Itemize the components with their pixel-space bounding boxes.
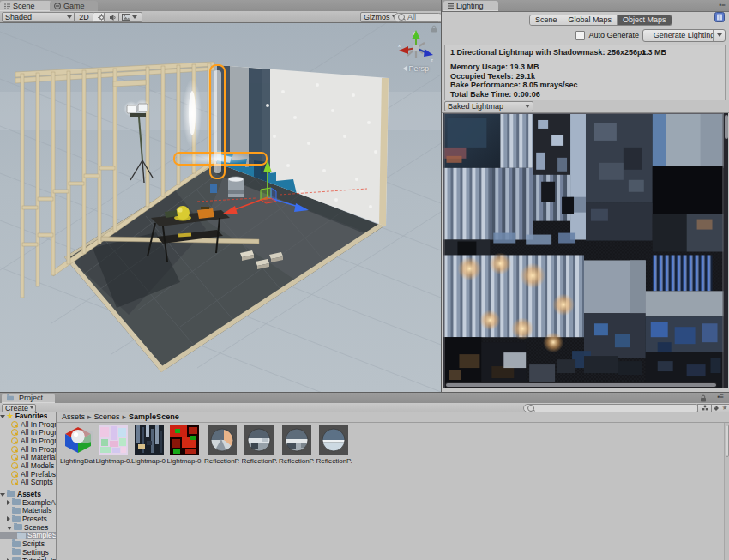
gizmos-label: Gizmos <box>364 13 390 21</box>
asset-lightingdata[interactable]: LightingData <box>60 425 95 465</box>
saved-search-icon <box>11 429 18 436</box>
generate-lighting-button[interactable]: Generate Lighting <box>642 29 726 42</box>
tab-maps-scene[interactable]: Scene <box>530 15 563 25</box>
star-icon: ★ <box>721 404 727 412</box>
tab-game[interactable]: Game <box>50 1 98 11</box>
tab-lighting-label: Lighting <box>456 1 484 11</box>
favorite-item[interactable]: All Models <box>0 461 56 470</box>
saved-search-icon <box>11 462 18 469</box>
tree-item-exampleassets[interactable]: ExampleAssets <box>0 498 56 507</box>
asset-lightmap-dir[interactable]: Lightmap-0... <box>96 425 131 465</box>
panel-menu-icon[interactable]: ▪≡ <box>717 394 724 400</box>
reflection-probe-icon <box>319 425 348 455</box>
scene-search-input[interactable]: All <box>394 13 441 22</box>
favorite-item[interactable]: All In Progress <box>0 428 56 437</box>
baked-lightmap-dropdown[interactable]: Baked Lightmap <box>444 101 533 111</box>
tree-item-settings[interactable]: Settings <box>0 548 56 557</box>
breadcrumb-separator: ▸ <box>123 412 127 421</box>
asset-lightmap-light[interactable]: Lightmap-0... <box>131 425 166 465</box>
create-button[interactable]: Create <box>2 404 36 412</box>
favorites-filter-button[interactable]: ★ <box>720 404 729 412</box>
favorite-item[interactable]: All In Progress <box>0 437 56 445</box>
foldout-open-icon[interactable] <box>0 415 5 418</box>
asset-reflectionprobe-2[interactable]: ReflectionP... <box>279 425 314 465</box>
gizmos-dropdown[interactable]: Gizmos <box>360 12 398 22</box>
projection-toggle[interactable]: Persp <box>403 64 429 73</box>
scene-effects-dropdown[interactable] <box>118 12 142 22</box>
chevron-left-icon <box>403 66 407 71</box>
preview-hscrollbar[interactable] <box>445 382 717 388</box>
foldout-open-icon[interactable] <box>0 493 5 497</box>
preview-vscroll-thumb[interactable] <box>725 115 728 139</box>
favorites-label: Favorites <box>15 412 48 420</box>
tab-project[interactable]: Project <box>2 394 55 403</box>
favorite-item[interactable]: All In Progress <box>0 420 56 429</box>
tree-item-tutorialinfo[interactable]: Tutorial_Info <box>0 557 56 560</box>
asset-reflectionprobe-0[interactable]: ReflectionP... <box>204 425 239 465</box>
asset-label: ReflectionP... <box>242 457 277 465</box>
asset-reflectionprobe-3[interactable]: ReflectionP... <box>316 425 352 465</box>
preview-vscrollbar[interactable] <box>724 113 728 388</box>
bake-stats-box: 1 Directional Lightmap with Shadowmask: … <box>444 45 726 101</box>
panel-menu-icon[interactable]: ▪≡ <box>719 2 726 9</box>
foldout-open-icon[interactable] <box>7 527 12 530</box>
assets-root[interactable]: Assets <box>0 490 56 498</box>
foldout-icon[interactable] <box>7 516 10 521</box>
project-search-input[interactable] <box>523 404 700 412</box>
tree-item-presets[interactable]: Presets <box>0 515 56 523</box>
project-content: Assets ▸ Scenes ▸ SampleScene LightingDa… <box>57 412 729 560</box>
preview-hscroll-thumb[interactable] <box>446 383 716 387</box>
image-icon <box>122 14 130 21</box>
favorite-item[interactable]: All Prefabs <box>0 470 56 479</box>
projection-label: Persp <box>408 64 429 73</box>
content-vscroll-thumb[interactable] <box>726 425 729 457</box>
content-vscrollbar[interactable] <box>724 423 729 560</box>
baked-lightmap-texture-icon <box>135 425 164 455</box>
asset-lightmap-shadowmask[interactable]: Lightmap-0... <box>167 425 202 465</box>
project-panel: Project ▪≡ Create <box>0 393 729 560</box>
chevron-down-icon <box>67 15 72 19</box>
folder-icon <box>12 516 21 522</box>
folder-icon <box>12 541 21 547</box>
lightmap-summary: 1 Directional Lightmap with Shadowmask: … <box>450 48 720 57</box>
project-tree: ★ Favorites All In Progress All In Progr… <box>0 412 57 560</box>
tab-maps-global[interactable]: Global Maps <box>563 15 618 25</box>
orientation-gizmo[interactable]: y x z <box>396 27 436 67</box>
generate-options-dropdown[interactable] <box>713 30 725 41</box>
asset-reflectionprobe-1[interactable]: ReflectionP... <box>242 425 277 465</box>
favorite-item[interactable]: All Materials <box>0 453 56 461</box>
blue-cup <box>210 184 217 193</box>
tab-lighting[interactable]: Lighting <box>443 1 498 11</box>
tree-item-samplescene-selected[interactable]: SampleScene <box>0 532 56 540</box>
saved-search-icon <box>11 437 18 444</box>
lock-icon[interactable] <box>431 25 437 33</box>
lightmap-preview[interactable] <box>443 113 724 388</box>
shading-mode-dropdown[interactable]: Shaded <box>2 12 75 22</box>
help-book-icon[interactable] <box>714 12 725 22</box>
scene-3d-canvas[interactable] <box>0 23 441 392</box>
breadcrumb-assets[interactable]: Assets <box>62 412 85 421</box>
favorite-item[interactable]: All Scripts <box>0 479 56 487</box>
lightmap-texture <box>443 113 724 388</box>
2d-toggle-button[interactable]: 2D <box>74 12 94 22</box>
breadcrumb-samplescene[interactable]: SampleScene <box>129 412 179 421</box>
foldout-icon[interactable] <box>7 500 10 505</box>
scene-tabbar: Scene Game <box>0 0 441 12</box>
tree-item-scripts[interactable]: Scripts <box>0 539 56 548</box>
lighting-maps-tabs: Scene Global Maps Object Maps <box>529 15 672 26</box>
tree-item-scenes[interactable]: Scenes <box>0 523 56 532</box>
y-axis-label: y <box>413 30 415 35</box>
scene-viewport[interactable]: y x z Persp <box>0 23 441 392</box>
lock-icon[interactable] <box>700 394 707 402</box>
folder-icon <box>7 396 14 401</box>
preview-mode-label: Baked Lightmap <box>448 102 523 111</box>
tab-scene[interactable]: Scene <box>0 1 51 11</box>
stat-texels: Occupied Texels: 29.1k <box>450 72 720 81</box>
breadcrumb-scenes[interactable]: Scenes <box>94 412 120 421</box>
favorite-item[interactable]: All In Progress <box>0 445 56 454</box>
folder-icon <box>14 524 22 530</box>
auto-generate-checkbox[interactable] <box>575 31 585 40</box>
tree-item-materials[interactable]: Materials <box>0 507 56 515</box>
favorites-root[interactable]: ★ Favorites <box>0 412 56 420</box>
tab-maps-object[interactable]: Object Maps <box>618 15 672 25</box>
